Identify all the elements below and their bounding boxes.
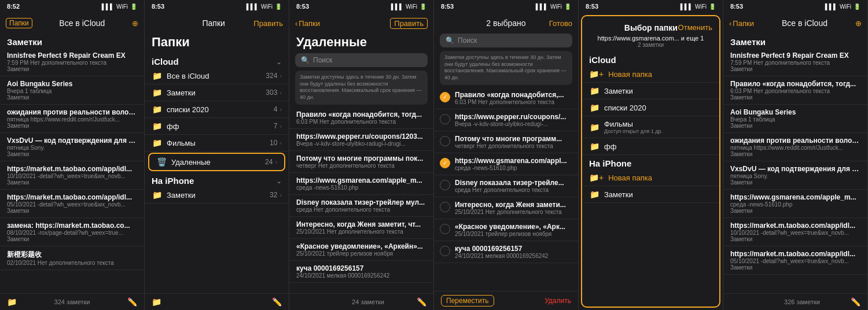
screen-3: 8:53 ▌▌▌ WiFi 🔋 ‹ Папки Править Удаленны… — [289, 0, 434, 310]
back-button-6[interactable]: ‹ Папки — [729, 19, 754, 28]
list-item[interactable]: Aoi Bungaku Series Вчера 1 таблица Замет… — [723, 105, 867, 133]
selection-circle[interactable]: ✓ — [440, 158, 450, 168]
back-button-3[interactable]: ‹ Папки — [295, 19, 320, 28]
note-title: https://market.m.taobao.com/app/idl... — [7, 165, 137, 173]
section-header-1: Заметки — [0, 34, 144, 48]
list-item[interactable]: куча 0000169256157 24/10/2021 мелкая 000… — [434, 241, 578, 263]
list-item[interactable]: VxsDvU — код подтверждения для с... пятн… — [723, 161, 867, 190]
iphone-header-5: На iPhone — [582, 155, 719, 169]
list-item[interactable]: https://www.gsmarena.com/apple_m... сред… — [723, 190, 867, 218]
list-item[interactable]: Disney показала тизер-трейле... среда Не… — [434, 175, 578, 197]
list-item[interactable]: ожидания против реальности волосы пятниц… — [723, 133, 867, 161]
search-placeholder-4: Поиск — [458, 36, 477, 45]
status-time-5: 8:53 — [586, 3, 598, 10]
selection-circle[interactable] — [440, 246, 450, 256]
folder-item-films-5[interactable]: 📁 Фильмы Доступ открыт для 1 др. — [582, 116, 719, 138]
folder-item-ff[interactable]: 📁 фф 7 › — [145, 118, 289, 135]
list-item[interactable]: Aoi Bungaku Series Вчера 1 таблица Замет… — [0, 76, 144, 105]
list-item[interactable]: VxsDvU — код подтверждения для с... пятн… — [0, 133, 144, 161]
selection-circle[interactable] — [440, 114, 450, 124]
list-item[interactable]: Disney показала тизер-трейлер мул... сре… — [289, 195, 433, 217]
nav-action-1[interactable]: ⊕ — [132, 19, 138, 28]
list-item[interactable]: ✓ https://www.gsmarena.com/appl... среда… — [434, 153, 578, 175]
search-bar-3[interactable]: 🔍 Поиск — [295, 53, 428, 67]
list-item[interactable]: https://market.m.taobao.com/app/idl... 1… — [0, 161, 144, 190]
folder-icon: 📁 — [589, 86, 599, 95]
note-meta: Вчера -v-kdv-store-ulyibko-redugi-... — [455, 121, 572, 127]
list-item[interactable]: Потому что многие программы пок... четве… — [289, 151, 433, 173]
folder-item-all[interactable]: 📁 Все в iCloud 324 › — [145, 68, 289, 84]
move-button[interactable]: Переместить — [441, 295, 494, 307]
selection-circle[interactable] — [440, 202, 450, 212]
selection-circle[interactable] — [440, 136, 450, 146]
compose-icon-3[interactable]: ✏️ — [417, 297, 426, 307]
folder-item-lists[interactable]: 📁 списки 2020 4 › — [145, 101, 289, 118]
note-meta: 10/10/2021 -detail?wh_weex=true&wx_novb.… — [7, 173, 137, 179]
cancel-button-5[interactable]: Отменить — [678, 23, 712, 32]
nav-title-4: 2 выбрано — [486, 19, 525, 28]
list-item[interactable]: «Красное уведомление», «Аркейн»... 25/10… — [289, 239, 433, 261]
list-item[interactable]: Innisfree Perfect 9 Repair Cream EX 7:59… — [723, 48, 867, 76]
note-meta: пятница Sony. — [7, 145, 137, 151]
iphone-label-5: На iPhone — [589, 158, 631, 168]
icloud-header-5: iCloud — [582, 51, 719, 66]
list-item[interactable]: Интересно, когда Женя замети... 25/10/20… — [434, 197, 578, 219]
list-item[interactable]: https://www.pepper.ru/coupons/... Вчера … — [434, 109, 578, 131]
folder-item-notes[interactable]: 📁 Заметки 303 › — [145, 84, 289, 101]
folder-item-ff-5[interactable]: 📁 фф — [582, 138, 719, 155]
selection-circle[interactable] — [440, 180, 450, 190]
note-title: Правило «когда понадобится, тогд... — [730, 80, 860, 88]
folder-item-deleted[interactable]: 🗑️ Удаленные 24 › — [148, 153, 285, 171]
note-sub: Заметки — [7, 66, 137, 72]
section-title-1: Заметки — [7, 37, 42, 47]
list-item[interactable]: Innisfree Perfect 9 Repair Cream EX 7:59… — [0, 48, 144, 76]
list-item[interactable]: замена: https://market.m.taobao.co... 08… — [0, 218, 144, 246]
folder-item-films[interactable]: 📁 Фильмы 10 › — [145, 135, 289, 152]
list-item[interactable]: «Красное уведомление», «Арк... 25/10/202… — [434, 219, 578, 241]
folder-icon: 📁 — [152, 71, 162, 80]
note-title: Правило «когда понадобится,... — [455, 91, 572, 99]
list-item[interactable]: 新橙彩题收 02/10/2021 Нет дополнительного тек… — [0, 246, 144, 270]
folder-item-notes-5[interactable]: 📁 Заметки — [582, 83, 719, 99]
chevron-down-icon: ⌄ — [276, 177, 282, 185]
list-item[interactable]: куча 0000169256157 24/10/2021 мелкая 000… — [289, 261, 433, 283]
list-item[interactable]: Интересно, когда Женя заметит, чт... 25/… — [289, 217, 433, 239]
compose-icon-1[interactable]: ✏️ — [127, 297, 137, 307]
list-item[interactable]: ✓ Правило «когда понадобится,... 6:03 PM… — [434, 87, 578, 109]
edit-button-3[interactable]: Править — [390, 18, 428, 29]
selection-circle[interactable]: ✓ — [440, 92, 450, 102]
battery-icon: 🔋 — [130, 3, 137, 10]
compose-icon-2[interactable]: ✏️ — [272, 297, 282, 307]
list-item[interactable]: https://market.m.taobao.com/app/idl... 0… — [723, 246, 867, 275]
list-item[interactable]: https://market.m.taobao.com/app/idl... 0… — [0, 190, 144, 218]
new-folder-icon[interactable]: 📁 — [152, 297, 161, 307]
new-folder-button[interactable]: 📁+ Новая папка — [582, 66, 719, 83]
edit-button-2[interactable]: Править — [253, 19, 283, 28]
note-sub: Заметки — [7, 179, 137, 186]
list-item[interactable]: https://market.m.taobao.com/app/idl... 1… — [723, 218, 867, 246]
folder-item-iphone-notes[interactable]: 📁 Заметки 32 › — [145, 187, 289, 204]
nav-action-6[interactable]: ⊕ — [855, 19, 862, 28]
list-item[interactable]: Правило «когда понадобится, тогд... 6:03… — [723, 76, 867, 105]
back-button-1[interactable]: Папки — [6, 18, 32, 28]
compose-icon-6[interactable]: ✏️ — [851, 297, 860, 307]
signal-icon: ▌▌▌ — [825, 3, 837, 10]
status-time-1: 8:52 — [7, 3, 20, 10]
new-folder-button-iphone[interactable]: 📁+ Новая папка — [582, 169, 719, 186]
list-item[interactable]: ожидания против реальности волосы пятниц… — [0, 105, 144, 133]
status-icons-2: ▌▌▌ WiFi 🔋 — [247, 3, 282, 10]
list-item[interactable]: Потому что многие программ... четверг Не… — [434, 131, 578, 153]
search-bar-4[interactable]: 🔍 Поиск — [440, 34, 572, 47]
folder-selection-panel: Выбор папки Отменить https://www.gsmaren… — [581, 15, 720, 308]
folder-name: Заметки — [604, 190, 712, 199]
list-item[interactable]: Правило «когда понадобится, тогд... 6:03… — [289, 107, 433, 129]
delete-button[interactable]: Удалить — [545, 297, 571, 305]
folder-item-iphone-notes-5[interactable]: 📁 Заметки — [582, 186, 719, 203]
selection-circle[interactable] — [440, 224, 450, 234]
screen-1: 8:52 ▌▌▌ WiFi 🔋 Папки Все в iCloud ⊕ Зам… — [0, 0, 145, 310]
done-button-4[interactable]: Готово — [549, 19, 572, 28]
folder-item-lists-5[interactable]: 📁 списки 2020 — [582, 99, 719, 116]
search-placeholder-3: Поиск — [313, 56, 332, 64]
list-item[interactable]: https://www.pepper.ru/coupons/1203... Вч… — [289, 129, 433, 151]
list-item[interactable]: https://www.gsmarena.com/apple_m... сред… — [289, 173, 433, 195]
